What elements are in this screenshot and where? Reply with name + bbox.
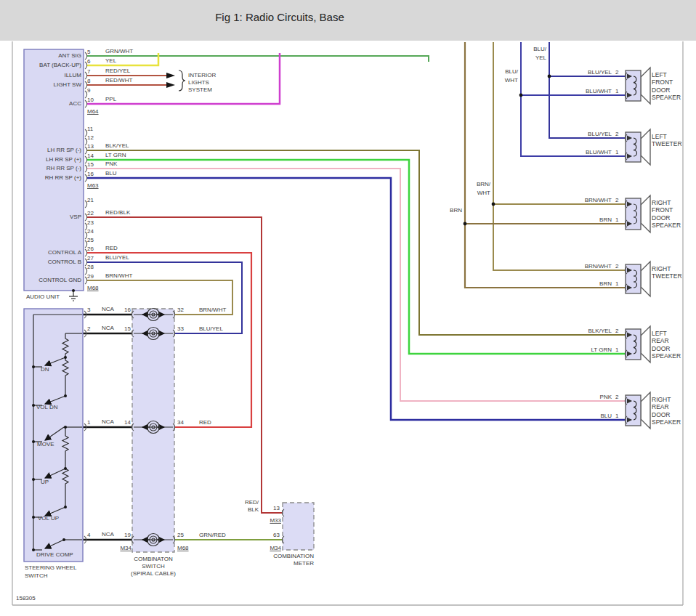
wire-label: WHT: [505, 77, 518, 84]
callout-line: LIGHTS: [188, 79, 209, 86]
pin-number: 2: [615, 131, 619, 137]
component-name: METER: [294, 560, 314, 567]
wire-label: RED/BLK: [105, 209, 131, 216]
junction-dot: [548, 75, 551, 78]
switch-label-up: UP: [41, 479, 49, 485]
wire-label: LT GRN: [591, 346, 612, 353]
pin-number: 13: [273, 505, 280, 511]
speaker-name: LEFT: [652, 71, 667, 78]
junction-dot: [492, 203, 495, 206]
component-name: COMBINATION: [273, 553, 314, 559]
pin-name: LIGHT SW: [53, 81, 81, 88]
wire-label: NCA: [102, 306, 115, 312]
pin-number: 2: [615, 69, 619, 76]
speaker-name: SPEAKER: [652, 418, 681, 426]
speaker-name: SPEAKER: [652, 94, 681, 101]
pin-number: 1: [615, 280, 619, 287]
page-title: Fig 1: Radio Circuits, Base: [215, 11, 344, 23]
pin-name: VSP: [70, 214, 81, 220]
switch-label-dn: DN: [41, 366, 49, 373]
pin-number: 32: [177, 307, 184, 313]
pin-number: 8: [87, 78, 91, 84]
pin-number: 25: [87, 237, 94, 243]
pin-number: 2: [615, 197, 619, 203]
pin-name: BAT (BACK-UP): [39, 62, 81, 68]
pin-number: 4: [87, 532, 91, 538]
wire-label: BRN: [450, 207, 462, 214]
pin-number: 2: [615, 328, 619, 334]
wire-label: LT GRN: [105, 152, 126, 158]
wire-label: BLU/: [505, 68, 519, 75]
connector-id-m64: M64: [87, 108, 99, 115]
wire-label: BLU/WHT: [586, 88, 612, 94]
pin-number: 15: [124, 325, 131, 332]
component-name: STEERING WHEEL: [25, 564, 77, 571]
figure-number: 158305: [16, 595, 36, 601]
wire-label: BLU/: [533, 46, 547, 52]
wire-label: NCA: [102, 325, 115, 331]
speaker-name: LEFT: [652, 133, 667, 140]
pin-name: CONTROL B: [48, 259, 81, 265]
pin-number: 29: [87, 273, 94, 280]
speaker-name: DOOR: [652, 411, 671, 418]
switch-label-drive-comp: DRIVE COMP: [36, 551, 73, 558]
speaker-name: DOOR: [652, 214, 671, 222]
pin-number: 7: [87, 68, 91, 75]
component-name: SWITCH: [25, 572, 48, 579]
speaker-name: REAR: [652, 403, 669, 410]
junction-dot: [464, 222, 467, 226]
wire-label: YEL: [105, 57, 117, 64]
connector-id-m63: M63: [87, 182, 99, 189]
pin-number: 1: [87, 419, 91, 426]
switch-label-vol-dn: VOL DN: [36, 404, 58, 410]
pin-number: 11: [87, 126, 94, 132]
pin-name: LH RR SP (-): [47, 147, 81, 153]
wire-label: BRN/WHT: [585, 263, 612, 270]
wire-label: BLK: [248, 506, 259, 513]
speaker-name: REAR: [652, 337, 669, 344]
wire-label: BRN/WHT: [585, 197, 612, 203]
wire-label: PPL: [105, 96, 117, 102]
pin-number: 28: [87, 264, 94, 270]
pin-number: 23: [87, 219, 94, 226]
pin-number: 24: [87, 228, 94, 235]
speaker-name: FRONT: [652, 78, 673, 86]
pin-number: 22: [87, 210, 94, 216]
wire-label: RED: [199, 419, 211, 426]
speaker-name: TWEETER: [652, 272, 682, 280]
wire-label: BLK/YEL: [105, 142, 129, 149]
wire-label: RED/YEL: [105, 68, 131, 74]
junction-dot: [519, 94, 523, 97]
wire-label: BLU: [105, 170, 117, 177]
pin-name: RH RR SP (+): [45, 174, 82, 181]
pin-name: CONTROL GND: [39, 277, 81, 283]
speaker-name: FRONT: [652, 206, 673, 214]
pin-number: 33: [177, 325, 184, 332]
wire-label: RED/WHT: [105, 77, 132, 84]
connector-id-m34: M34: [120, 545, 131, 551]
pin-number: 19: [124, 532, 131, 538]
pin-name: ACC: [69, 100, 81, 107]
component-name: COMBINATON: [134, 556, 173, 562]
pin-number: 2: [615, 263, 619, 270]
pin-number: 2: [615, 394, 619, 400]
pin-number: 16: [124, 307, 131, 313]
wire-label: RED: [105, 245, 118, 251]
pin-number: 1: [615, 88, 619, 94]
pin-number: 2: [87, 325, 91, 332]
pin-name: ILLUM: [64, 72, 81, 78]
wire-label: BLU/WHT: [586, 149, 612, 155]
wire-label: BLU/YEL: [588, 131, 612, 137]
wire-label: BLK/YEL: [588, 328, 612, 334]
wire-label: BRN: [599, 216, 612, 223]
wire-label: GRN/WHT: [105, 48, 133, 54]
switch-label-move: MOVE: [37, 441, 54, 447]
pin-number: 1: [615, 413, 619, 419]
wire-label: BLU: [600, 413, 612, 419]
connector-id-m33: M33: [270, 517, 281, 524]
pin-number: 63: [273, 532, 280, 538]
speaker-name: RIGHT: [652, 265, 671, 272]
speaker-name: DOOR: [652, 345, 671, 352]
pin-number: 5: [87, 49, 91, 55]
wire-label: BRN/: [477, 181, 491, 187]
